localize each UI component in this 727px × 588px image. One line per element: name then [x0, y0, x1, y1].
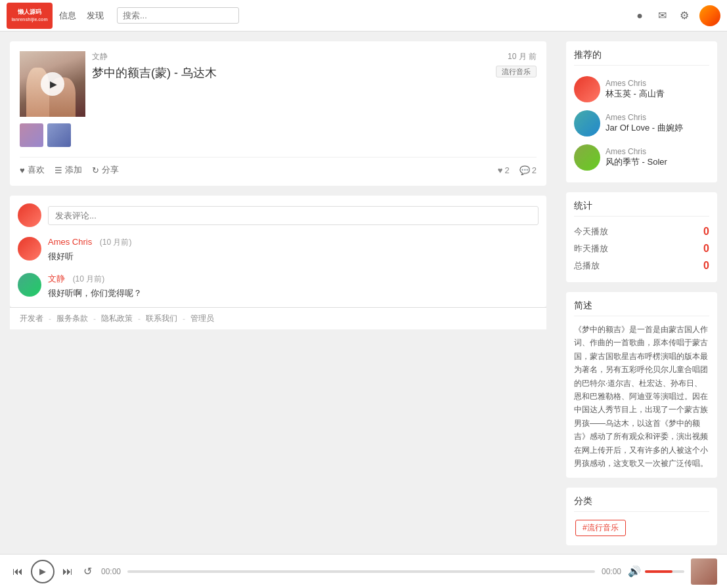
like-count: ♥ 2 — [498, 165, 510, 175]
main-container: ▶ 文静 梦中的额吉(蒙) - 乌达木 10 月 前 流行音乐 — [0, 32, 727, 583]
comment-area: Ames Chris (10 月前) 很好听 文静 (10 月前) 很 — [10, 196, 546, 307]
song-cover: ▶ — [20, 51, 85, 117]
comment-text-2: 很好听啊，你们觉得呢？ — [48, 287, 539, 300]
commenter-avatar-2 — [18, 273, 41, 297]
rec-user-1: Ames Chris — [606, 79, 709, 88]
share-button[interactable]: ↻ 分享 — [92, 164, 119, 176]
thumbnail-1[interactable] — [20, 123, 43, 147]
play-main-button[interactable]: ▶ — [31, 560, 55, 583]
uploader-name: 文静 — [92, 51, 489, 62]
player-thumbnail — [691, 558, 717, 583]
heart-stat-icon: ♥ — [498, 165, 503, 175]
stat-value-yesterday: 0 — [703, 243, 709, 255]
footer-privacy[interactable]: 隐私政策 — [101, 313, 133, 324]
prev-button[interactable]: ⏮ — [10, 563, 26, 580]
stat-label-yesterday: 昨天播放 — [574, 243, 608, 255]
song-meta-right: 10 月 前 流行音乐 — [496, 51, 537, 77]
stat-label-today: 今天播放 — [574, 226, 608, 238]
cat-title: 分类 — [574, 495, 709, 512]
nav-right-icons: ● ✉ ⚙ — [632, 5, 720, 26]
volume-area: 🔊 — [628, 565, 684, 578]
share-icon: ↻ — [92, 165, 99, 175]
player-bar: ⏮ ▶ ⏭ ↺ 00:00 00:00 🔊 — [0, 554, 727, 583]
comment-meta-2: 文静 (10 月前) — [48, 273, 539, 285]
stats-title: 统计 — [574, 200, 709, 217]
add-icon: ☰ — [55, 165, 62, 175]
category-tag[interactable]: #流行音乐 — [575, 520, 626, 536]
rec-avatar-2 — [574, 110, 600, 136]
play-button-overlay[interactable]: ▶ — [41, 72, 64, 96]
comment-item: 文静 (10 月前) 很好听啊，你们觉得呢？ — [18, 273, 539, 300]
repeat-button[interactable]: ↺ — [81, 562, 95, 580]
rec-info-1: Ames Chris 林玉英 - 高山青 — [606, 79, 709, 100]
time-current: 00:00 — [101, 567, 121, 576]
song-info: 文静 梦中的额吉(蒙) - 乌达木 — [92, 51, 489, 86]
comment-body-1: Ames Chris (10 月前) 很好听 — [48, 237, 539, 263]
play-main-icon: ▶ — [39, 566, 46, 576]
stat-row-total: 总播放 0 — [574, 257, 709, 274]
thumbnail-2[interactable] — [47, 123, 71, 147]
stats-section: 统计 今天播放 0 昨天播放 0 总播放 0 — [566, 192, 717, 282]
recommend-item-3[interactable]: Ames Chris 风的季节 - Soler — [574, 140, 709, 175]
player-controls: ⏮ ▶ ⏭ ↺ — [10, 560, 95, 583]
search-input[interactable] — [117, 7, 239, 24]
recommend-item-1[interactable]: Ames Chris 林玉英 - 高山青 — [574, 72, 709, 106]
stat-value-total: 0 — [703, 260, 709, 272]
footer: 开发者 - 服务条款 - 隐私政策 - 联系我们 - 管理员 — [10, 307, 546, 329]
comment-author-2[interactable]: 文静 — [48, 274, 65, 284]
comment-input[interactable] — [48, 206, 539, 225]
heart-icon: ♥ — [20, 165, 25, 175]
nav-links: 信息 发现 — [59, 10, 104, 22]
rec-song-2: Jar Of Love - 曲婉婷 — [606, 122, 709, 134]
song-thumbnails — [20, 123, 537, 150]
comment-list: Ames Chris (10 月前) 很好听 文静 (10 月前) 很 — [18, 237, 539, 299]
stat-label-total: 总播放 — [574, 260, 600, 272]
site-logo[interactable]: 懒人源码 lanrenshijie.com — [7, 3, 53, 29]
progress-bar[interactable] — [127, 570, 595, 573]
like-stats: ♥ 2 💬 2 — [498, 165, 537, 175]
rec-avatar-1 — [574, 76, 600, 102]
volume-icon[interactable]: 🔊 — [628, 565, 641, 578]
rec-info-3: Ames Chris 风的季节 - Soler — [606, 147, 709, 168]
comment-input-box — [18, 203, 539, 227]
recommend-item-2[interactable]: Ames Chris Jar Of Love - 曲婉婷 — [574, 106, 709, 140]
nav-info[interactable]: 信息 — [59, 10, 76, 22]
comment-time-2: (10 月前) — [73, 274, 105, 284]
rec-user-2: Ames Chris — [606, 113, 709, 122]
like-button[interactable]: ♥ 喜欢 — [20, 164, 45, 176]
song-title: 梦中的额吉(蒙) - 乌达木 — [92, 65, 489, 81]
nav-discover[interactable]: 发现 — [87, 10, 104, 22]
action-bar: ♥ 喜欢 ☰ 添加 ↻ 分享 ♥ 2 💬 — [20, 157, 537, 176]
comment-text-1: 很好听 — [48, 250, 539, 263]
stat-value-today: 0 — [703, 226, 709, 238]
play-icon: ▶ — [50, 79, 57, 89]
mail-icon[interactable]: ✉ — [655, 9, 669, 23]
left-content: ▶ 文静 梦中的额吉(蒙) - 乌达木 10 月 前 流行音乐 — [0, 32, 556, 583]
song-tag[interactable]: 流行音乐 — [496, 66, 537, 77]
rec-avatar-3 — [574, 144, 600, 171]
rec-song-3: 风的季节 - Soler — [606, 156, 709, 168]
volume-bar[interactable] — [645, 570, 684, 573]
add-button[interactable]: ☰ 添加 — [55, 164, 82, 176]
recommend-title: 推荐的 — [574, 49, 709, 66]
next-button[interactable]: ⏭ — [60, 563, 76, 580]
rec-info-2: Ames Chris Jar Of Love - 曲婉婷 — [606, 113, 709, 134]
rec-user-3: Ames Chris — [606, 147, 709, 156]
comment-time-1: (10 月前) — [100, 238, 132, 247]
logo-color-icon[interactable] — [699, 5, 720, 26]
footer-developer[interactable]: 开发者 — [20, 313, 43, 324]
stat-row-yesterday: 昨天播放 0 — [574, 240, 709, 257]
footer-contact[interactable]: 联系我们 — [146, 313, 177, 324]
stat-row-today: 今天播放 0 — [574, 223, 709, 240]
volume-fill — [645, 570, 672, 573]
description-text: 《梦中的额吉》是一首是由蒙古国人作词、作曲的一首歌曲，原本传唱于蒙古国，蒙古国歌… — [574, 323, 709, 470]
comment-author-1[interactable]: Ames Chris — [48, 237, 92, 247]
footer-terms[interactable]: 服务条款 — [56, 313, 88, 324]
song-header: ▶ 文静 梦中的额吉(蒙) - 乌达木 10 月 前 流行音乐 — [20, 51, 537, 117]
footer-admin[interactable]: 管理员 — [190, 313, 214, 324]
right-sidebar: 推荐的 Ames Chris 林玉英 - 高山青 Ames Chris Jar … — [556, 32, 727, 583]
user-icon[interactable]: ● — [632, 9, 647, 23]
rec-song-1: 林玉英 - 高山青 — [606, 88, 709, 100]
settings-icon[interactable]: ⚙ — [677, 9, 692, 23]
current-user-avatar — [18, 203, 41, 227]
